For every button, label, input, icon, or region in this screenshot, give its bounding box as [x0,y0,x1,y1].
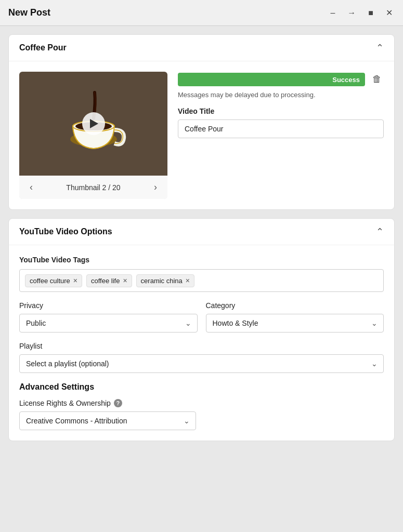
tag-text: coffee life [91,277,120,285]
video-section-header: Coffee Pour ⌃ [9,35,394,61]
progress-bar: Success [178,73,365,86]
pin-button[interactable]: → [345,7,358,19]
playlist-row: Playlist Select a playlist (optional) ⌄ [19,342,384,373]
yt-options-collapse-button[interactable]: ⌃ [376,226,384,237]
tag-chip-ceramic-china: ceramic china × [136,274,194,287]
privacy-field-group: Privacy Public Private Unlisted ⌄ [19,301,198,332]
upload-info-text: Messages may be delayed due to processin… [178,91,384,99]
play-icon [90,119,98,128]
thumb-next-button[interactable]: › [151,181,160,194]
window-title: New Post [8,7,50,18]
video-title-label: Video Title [178,107,384,115]
category-label: Category [206,301,384,310]
main-content: Coffee Pour ⌃ ⚙ [0,26,403,449]
privacy-category-row: Privacy Public Private Unlisted ⌄ Catego… [19,301,384,332]
yt-options-header: YouTube Video Options ⌃ [9,219,394,245]
license-help-icon[interactable]: ? [114,399,122,407]
thumb-prev-button[interactable]: ‹ [27,181,36,194]
category-field-group: Category Howto & Style Entertainment Edu… [206,301,384,332]
license-select[interactable]: Creative Commons - Attribution Standard … [19,411,196,430]
playlist-label: Playlist [19,342,384,350]
upload-section: Success 🗑 Messages may be delayed due to… [178,72,384,138]
playlist-select-wrap: Select a playlist (optional) ⌄ [19,354,384,373]
tag-chip-coffee-life: coffee life × [86,274,132,287]
thumbnail-nav: ‹ Thumbnail 2 / 20 › [19,176,167,199]
trash-icon: 🗑 [372,74,382,84]
playlist-field-group: Playlist Select a playlist (optional) ⌄ [19,342,384,373]
titlebar: New Post – → ■ ✕ [0,0,403,26]
license-select-wrap: Creative Commons - Attribution Standard … [19,411,196,430]
tag-remove-coffee-culture[interactable]: × [73,277,77,284]
category-select-wrap: Howto & Style Entertainment Education Pe… [206,314,384,332]
advanced-settings-title: Advanced Settings [19,382,384,392]
save-window-button[interactable]: ■ [366,7,375,19]
yt-options-card: YouTube Video Options ⌃ YouTube Video Ta… [8,218,395,441]
tags-input-area[interactable]: coffee culture × coffee life × ceramic c… [19,269,384,292]
license-row: License Rights & Ownership ? [19,399,384,407]
yt-options-body: YouTube Video Tags coffee culture × coff… [9,245,394,441]
play-button[interactable] [82,112,105,135]
video-section-body: ⚙ [9,61,394,209]
privacy-label: Privacy [19,301,198,310]
progress-label: Success [332,75,360,83]
tag-remove-ceramic-china[interactable]: × [186,277,190,284]
category-select[interactable]: Howto & Style Entertainment Education Pe… [206,314,384,332]
video-image-area [19,72,167,176]
close-button[interactable]: ✕ [384,7,395,19]
video-row: ⚙ [19,72,384,199]
delete-upload-button[interactable]: 🗑 [370,72,384,87]
tags-label: YouTube Video Tags [19,256,384,264]
tag-chip-coffee-culture: coffee culture × [25,274,82,287]
tag-remove-coffee-life[interactable]: × [123,277,127,284]
thumbnail-label: Thumbnail 2 / 20 [66,183,120,192]
privacy-select-wrap: Public Private Unlisted ⌄ [19,314,198,332]
video-section-collapse-button[interactable]: ⌃ [376,42,384,54]
yt-options-title: YouTube Video Options [19,227,112,236]
thumbnail-container: ⚙ [19,72,167,199]
video-section-title: Coffee Pour [19,43,67,52]
license-label: License Rights & Ownership [19,399,111,407]
tag-text: coffee culture [30,277,70,285]
minimize-button[interactable]: – [328,7,337,19]
playlist-select[interactable]: Select a playlist (optional) [19,354,384,373]
video-title-input[interactable] [178,119,384,138]
upload-bar-row: Success 🗑 [178,72,384,87]
window-controls: – → ■ ✕ [328,7,395,19]
video-section-card: Coffee Pour ⌃ ⚙ [8,34,395,210]
privacy-select[interactable]: Public Private Unlisted [19,314,198,332]
tag-text: ceramic china [141,277,183,285]
